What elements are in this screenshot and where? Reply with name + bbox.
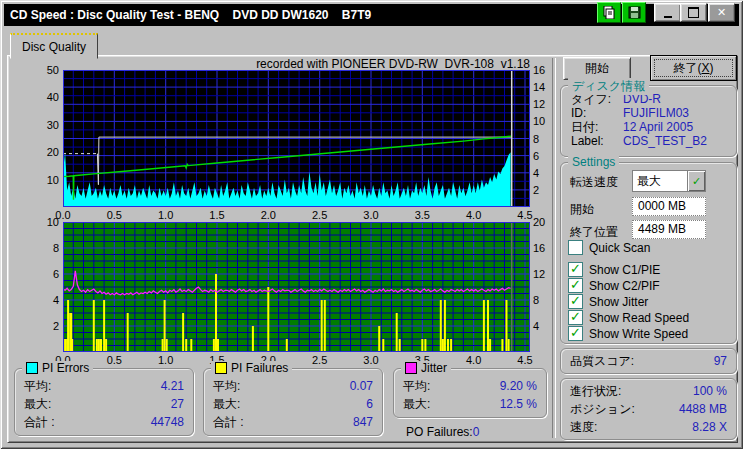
jitter-swatch	[405, 362, 417, 374]
axis-tick: 1.0	[151, 354, 181, 366]
checkbox-label: Show C2/PIF	[589, 279, 660, 293]
pi-errors-legend-title: PI Errors	[22, 361, 93, 375]
maximize-glyph	[688, 7, 699, 18]
disk-icon[interactable]	[622, 2, 646, 23]
close-glyph: ✕	[717, 6, 726, 19]
checkbox-show-read-speed[interactable]: Show Read Speed	[568, 310, 689, 325]
pi-errors-stats: 平均:4.21最大:27合計 :44748	[15, 369, 193, 431]
axis-tick: 30	[27, 119, 59, 131]
axis-tick: 1.5	[202, 209, 232, 221]
panel-separator	[552, 58, 556, 438]
stat-row: 平均:4.21	[15, 377, 193, 395]
axis-tick: 10	[27, 216, 59, 228]
po-failures-row: PO Failures:0	[397, 423, 545, 441]
axis-tick: 4.5	[510, 354, 540, 366]
pi-failures-legend: PI Failures 平均:0.07最大:6合計 :847	[203, 368, 383, 436]
chart-header: recorded with PIONEER DVD-RW DVR-108 v1.…	[200, 57, 530, 71]
checkbox-label: Show Write Speed	[589, 327, 688, 341]
pi-failures-swatch	[215, 362, 227, 374]
chevron-down-icon[interactable]: ✓	[687, 171, 705, 191]
pi-failures-stats: 平均:0.07最大:6合計 :847	[204, 369, 382, 431]
disc-info-title: ディスク情報	[568, 78, 649, 95]
axis-tick: 50	[27, 64, 59, 76]
document-glyph	[603, 6, 615, 19]
axis-tick: 20	[27, 146, 59, 158]
start-button[interactable]: 開始	[563, 57, 631, 80]
checkbox-label: Show Read Speed	[589, 311, 689, 325]
checkbox-box[interactable]	[568, 326, 583, 341]
app-window: CD Speed : Disc Quality Test - BENQ DVD …	[0, 0, 743, 449]
checkbox-box[interactable]	[568, 240, 583, 255]
end-position-input[interactable]: 4489 MB	[632, 220, 706, 239]
checkbox-box[interactable]	[568, 310, 583, 325]
axis-tick: 2.5	[305, 354, 335, 366]
minimize-button[interactable]	[654, 3, 681, 22]
start-position-input[interactable]: 0000 MB	[632, 197, 706, 216]
tab-label: Disc Quality	[22, 40, 86, 54]
document-icon[interactable]	[597, 2, 621, 23]
axis-tick: 3.0	[356, 209, 386, 221]
checkbox-show-jitter[interactable]: Show Jitter	[568, 294, 648, 309]
pi-errors-legend: PI Errors 平均:4.21最大:27合計 :44748	[14, 368, 194, 436]
stat-row: 最大:27	[15, 395, 193, 413]
stat-row: PO Failures:0	[397, 423, 488, 441]
disk-glyph	[628, 6, 641, 19]
start-button-label: 開始	[585, 60, 609, 77]
exit-button-focus-ring	[654, 59, 733, 77]
stat-row: 速度:8.28 X	[561, 418, 736, 436]
maximize-button[interactable]	[680, 3, 707, 22]
jitter-stats: 平均:9.20 %最大:12.5 %	[394, 369, 546, 413]
axis-tick: 6	[27, 268, 59, 280]
axis-tick: 2	[27, 320, 59, 332]
axis-tick: 4.0	[459, 209, 489, 221]
progress-rows: 進行状況:100 %ポジション:4488 MB速度:8.28 X	[561, 379, 736, 436]
speed-label: 転送速度	[570, 174, 618, 191]
axis-tick: 3.0	[356, 354, 386, 366]
speed-select[interactable]: 最大 ✓	[632, 170, 706, 192]
axis-tick: 0.5	[99, 209, 129, 221]
checkbox-show-c2-pif[interactable]: Show C2/PIF	[568, 278, 660, 293]
checkbox-box[interactable]	[568, 278, 583, 293]
pi-failures-jitter-chart	[63, 222, 530, 352]
checkbox-box[interactable]	[568, 294, 583, 309]
axis-tick: 40	[27, 91, 59, 103]
quality-score-row: 品質スコア:97	[561, 349, 736, 370]
checkbox-label: Show C1/PIE	[589, 263, 660, 277]
axis-tick: 8	[27, 242, 59, 254]
settings-title: Settings	[568, 155, 619, 169]
end-position-label: 終了位置	[570, 224, 618, 241]
checkbox-label: Quick Scan	[589, 241, 650, 255]
exit-button[interactable]: 終了(X)	[650, 55, 737, 81]
quality-score-group: 品質スコア:97	[560, 348, 737, 374]
jitter-legend-title: Jitter	[401, 361, 451, 375]
checkbox-show-write-speed[interactable]: Show Write Speed	[568, 326, 688, 341]
disc-info-row: Label:CDS_TEST_B2	[561, 134, 736, 148]
checkbox-box[interactable]	[568, 262, 583, 277]
pi-errors-legend-label: PI Errors	[42, 361, 89, 375]
axis-tick: 4	[27, 294, 59, 306]
stat-row: ポジション:4488 MB	[561, 400, 736, 418]
axis-tick: 3.5	[407, 209, 437, 221]
axis-tick: 2.0	[253, 209, 283, 221]
progress-group: 進行状況:100 %ポジション:4488 MB速度:8.28 X	[560, 378, 737, 440]
stat-row: 平均:0.07	[204, 377, 382, 395]
checkbox-quick-scan[interactable]: Quick Scan	[568, 240, 650, 255]
disc-info-group: ディスク情報 タイプ:DVD-RID:FUJIFILM03日付:12 April…	[560, 85, 737, 157]
checkbox-label: Show Jitter	[589, 295, 648, 309]
pi-failures-legend-label: PI Failures	[231, 361, 288, 375]
pi-failures-legend-title: PI Failures	[211, 361, 292, 375]
stat-row: 平均:9.20 %	[394, 377, 546, 395]
checkbox-show-c1-pie[interactable]: Show C1/PIE	[568, 262, 660, 277]
stat-row: 最大:12.5 %	[394, 395, 546, 413]
axis-tick: 1.0	[151, 209, 181, 221]
stat-row: 最大:6	[204, 395, 382, 413]
jitter-legend-label: Jitter	[421, 361, 447, 375]
close-button[interactable]: ✕	[708, 3, 735, 22]
disc-info-row: 日付:12 April 2005	[561, 120, 736, 134]
axis-tick: 10	[27, 174, 59, 186]
minimize-glyph	[664, 16, 672, 18]
stat-row: 合計 :847	[204, 413, 382, 431]
speed-select-value: 最大	[633, 171, 687, 191]
tab-disc-quality[interactable]: Disc Quality	[10, 33, 98, 59]
start-position-label: 開始	[570, 201, 594, 218]
